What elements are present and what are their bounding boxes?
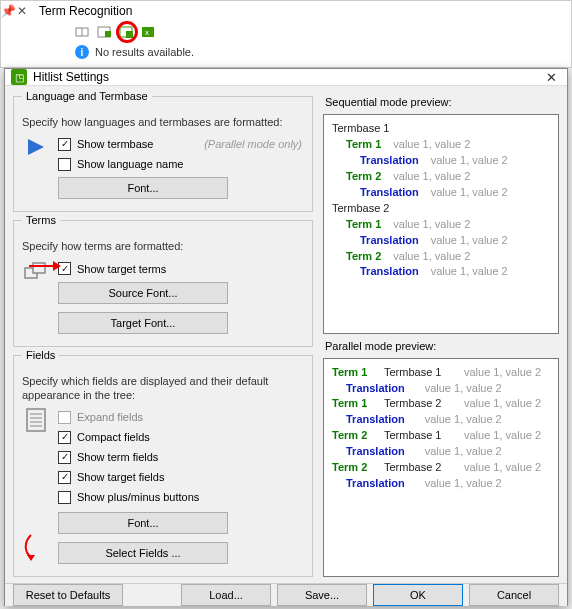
preview-text: value 1, value 2 [431, 186, 508, 198]
preview-text: Term 1 [332, 365, 376, 381]
preview-text: Termbase 2 [384, 396, 454, 412]
sequential-preview-label: Sequential mode preview: [323, 96, 559, 108]
label-expand-fields: Expand fields [77, 411, 143, 423]
checkbox-compact-fields[interactable]: ✓ [58, 431, 71, 444]
label-show-termbase: Show termbase [77, 138, 153, 150]
note-parallel-only: (Parallel mode only) [204, 138, 304, 150]
label-show-target-fields: Show target fields [77, 471, 164, 483]
tool-icon-settings[interactable] [117, 23, 135, 41]
preview-text: Translation [346, 444, 405, 460]
preview-text: value 1, value 2 [464, 428, 541, 444]
dialog-titlebar: ◳ Hitlist Settings ✕ [5, 69, 567, 86]
term-recognition-panel: 📌 ✕ Term Recognition x i No results avai… [0, 0, 572, 68]
reset-defaults-button[interactable]: Reset to Defaults [13, 584, 123, 606]
tool-icon-4[interactable]: x [139, 23, 157, 41]
tool-icon-1[interactable] [73, 23, 91, 41]
preview-text: Term 1 [346, 138, 381, 150]
preview-text: Termbase 1 [384, 428, 454, 444]
preview-text: Term 2 [332, 428, 376, 444]
label-show-term-fields: Show term fields [77, 451, 158, 463]
group-fields: Fields Specify which fields are displaye… [13, 355, 313, 578]
status-text: No results available. [95, 46, 194, 58]
preview-text: Translation [360, 265, 419, 277]
preview-text: Term 2 [346, 250, 381, 262]
checkbox-show-target-terms[interactable]: ✓ [58, 262, 71, 275]
preview-text: Term 1 [332, 396, 376, 412]
load-button[interactable]: Load... [181, 584, 271, 606]
label-show-language-name: Show language name [77, 158, 183, 170]
preview-text: Translation [346, 381, 405, 397]
hitlist-settings-dialog: ◳ Hitlist Settings ✕ Language and Termba… [4, 68, 568, 606]
sequential-preview: Termbase 1 Term 1value 1, value 2 Transl… [323, 114, 559, 334]
checkbox-show-termbase[interactable]: ✓ [58, 138, 71, 151]
svg-rect-11 [27, 409, 45, 431]
preview-text: value 1, value 2 [431, 234, 508, 246]
checkbox-show-term-fields[interactable]: ✓ [58, 451, 71, 464]
fields-icon [22, 406, 50, 434]
group-title: Terms [22, 214, 60, 226]
target-font-button[interactable]: Target Font... [58, 312, 228, 334]
preview-text: Termbase 2 [384, 460, 454, 476]
play-icon [22, 133, 50, 161]
preview-text: value 1, value 2 [464, 396, 541, 412]
source-font-button[interactable]: Source Font... [58, 282, 228, 304]
svg-rect-5 [126, 31, 133, 38]
select-fields-button[interactable]: Select Fields ... [58, 542, 228, 564]
parallel-preview: Term 1Termbase 1value 1, value 2 Transla… [323, 358, 559, 578]
preview-text: value 1, value 2 [425, 444, 502, 460]
preview-text: value 1, value 2 [425, 476, 502, 492]
preview-text: Translation [360, 154, 419, 166]
preview-text: Term 2 [346, 170, 381, 182]
preview-text: value 1, value 2 [393, 138, 470, 150]
panel-title: Term Recognition [33, 2, 571, 20]
label-compact-fields: Compact fields [77, 431, 150, 443]
label-show-target-terms: Show target terms [77, 263, 166, 275]
preview-text: value 1, value 2 [431, 154, 508, 166]
dialog-footer: Reset to Defaults Load... Save... OK Can… [5, 583, 567, 606]
svg-marker-8 [28, 139, 44, 155]
preview-text: Termbase 1 [332, 121, 550, 137]
preview-text: Term 1 [346, 218, 381, 230]
svg-rect-10 [33, 263, 45, 273]
parallel-preview-label: Parallel mode preview: [323, 340, 559, 352]
terms-icon [22, 258, 50, 286]
preview-text: Translation [346, 412, 405, 428]
checkbox-show-target-fields[interactable]: ✓ [58, 471, 71, 484]
svg-rect-3 [105, 31, 111, 37]
font-button-lang[interactable]: Font... [58, 177, 228, 199]
group-desc: Specify how terms are formatted: [22, 239, 304, 253]
panel-status: i No results available. [75, 45, 194, 59]
preview-text: Term 2 [332, 460, 376, 476]
label-show-plus-minus: Show plus/minus buttons [77, 491, 199, 503]
preview-text: Termbase 2 [332, 201, 550, 217]
preview-text: value 1, value 2 [425, 381, 502, 397]
checkbox-show-plus-minus[interactable] [58, 491, 71, 504]
preview-text: value 1, value 2 [464, 460, 541, 476]
ok-button[interactable]: OK [373, 584, 463, 606]
preview-text: value 1, value 2 [393, 170, 470, 182]
checkbox-expand-fields [58, 411, 71, 424]
dialog-icon: ◳ [11, 69, 27, 85]
panel-toolbar: x [73, 23, 157, 41]
preview-text: Termbase 1 [384, 365, 454, 381]
preview-text: Translation [360, 234, 419, 246]
dialog-close-button[interactable]: ✕ [541, 70, 561, 85]
group-language-termbase: Language and Termbase Specify how langua… [13, 96, 313, 212]
checkbox-show-language-name[interactable] [58, 158, 71, 171]
preview-text: value 1, value 2 [431, 265, 508, 277]
group-title: Fields [22, 349, 59, 361]
preview-text: value 1, value 2 [393, 250, 470, 262]
dialog-title: Hitlist Settings [33, 70, 541, 84]
pin-icon[interactable]: 📌 [1, 4, 15, 18]
tool-icon-2[interactable] [95, 23, 113, 41]
preview-text: value 1, value 2 [393, 218, 470, 230]
info-icon: i [75, 45, 89, 59]
group-desc: Specify which fields are displayed and t… [22, 374, 304, 403]
cancel-button[interactable]: Cancel [469, 584, 559, 606]
font-button-fields[interactable]: Font... [58, 512, 228, 534]
close-icon[interactable]: ✕ [15, 4, 29, 18]
group-terms: Terms Specify how terms are formatted: ✓… [13, 220, 313, 346]
group-title: Language and Termbase [22, 90, 152, 102]
save-button[interactable]: Save... [277, 584, 367, 606]
svg-text:x: x [145, 28, 149, 37]
